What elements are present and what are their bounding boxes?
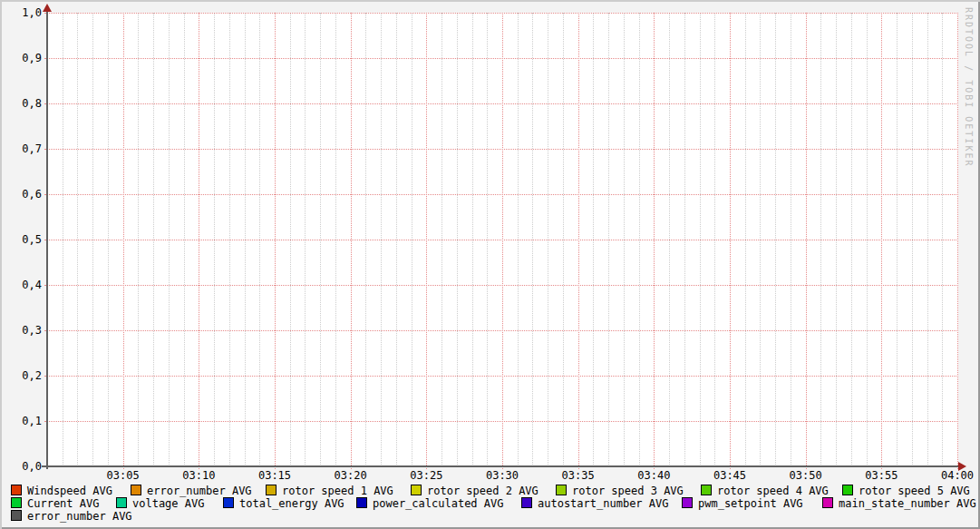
y-tick-label: 0,4 (5, 279, 42, 291)
x-tick-label: 03:50 (779, 470, 833, 482)
y-tick-label: 0,7 (5, 143, 42, 155)
legend-label: pwm_setpoint AVG (698, 497, 803, 510)
x-tick-label: 03:35 (551, 470, 606, 482)
grid-line-major-vertical (351, 13, 352, 469)
legend-label: error_number AVG (147, 485, 252, 497)
legend-item: power_calculated AVG (356, 497, 504, 509)
legend-label: error_number AVG (27, 510, 132, 523)
grid-line-major-vertical (881, 13, 882, 469)
x-tick-label: 03:40 (626, 470, 681, 482)
legend-label: rotor speed 1 AVG (282, 485, 393, 497)
grid-line-major-vertical (578, 13, 579, 469)
watermark: RRDTOOL / TOBI OETIKER (964, 7, 974, 167)
grid-line-major-vertical (654, 13, 655, 469)
grid-line-major-horizontal (44, 376, 958, 377)
legend-color-swatch (701, 485, 712, 495)
legend-color-swatch (223, 497, 234, 508)
grid-line-major-vertical (957, 13, 958, 469)
legend-item: main_state_number AVG (822, 497, 976, 509)
grid-line-major-horizontal (44, 149, 958, 150)
legend-item: Windspeed AVG (11, 485, 112, 496)
legend-label: total_energy AVG (239, 497, 344, 510)
legend-label: Current AVG (27, 497, 99, 510)
legend-color-swatch (822, 497, 833, 508)
legend-item: autostart_number AVG (521, 497, 669, 509)
legend-item: rotor speed 4 AVG (701, 485, 829, 496)
legend-label: main_state_number AVG (839, 497, 976, 510)
x-tick-label: 03:55 (854, 470, 908, 482)
legend-label: power_calculated AVG (373, 497, 504, 510)
legend-label: rotor speed 3 AVG (572, 485, 684, 497)
grid-line-major-vertical (730, 13, 731, 469)
legend-color-swatch (682, 497, 693, 508)
x-axis (42, 465, 960, 467)
x-tick-label: 03:25 (399, 470, 453, 482)
x-tick-label: 04:00 (930, 470, 980, 482)
legend-item: rotor speed 1 AVG (266, 485, 393, 496)
legend-color-swatch (11, 510, 22, 521)
legend-label: autostart_number AVG (538, 497, 669, 510)
grid-line-major-vertical (806, 13, 807, 469)
grid-line-major-vertical (502, 13, 503, 469)
grid-line-major-horizontal (44, 103, 958, 104)
y-tick-label: 0,5 (5, 234, 42, 246)
y-axis (46, 9, 48, 469)
grid-line-major-horizontal (44, 58, 958, 59)
y-tick-label: 0,1 (5, 416, 42, 427)
x-tick-label: 03:20 (324, 470, 378, 482)
legend-item: voltage AVG (116, 497, 204, 509)
y-tick-label: 0,9 (5, 53, 42, 64)
grid-line-major-horizontal (44, 285, 958, 286)
legend-item: total_energy AVG (223, 497, 344, 509)
legend-item: rotor speed 3 AVG (556, 485, 684, 496)
grid-line-major-horizontal (44, 240, 958, 240)
legend-label: Windspeed AVG (27, 485, 112, 497)
legend-color-swatch (116, 497, 127, 508)
legend-label: rotor speed 2 AVG (427, 485, 539, 497)
y-tick-label: 0,2 (5, 370, 42, 382)
legend-color-swatch (356, 497, 367, 508)
legend-item: rotor speed 5 AVG (842, 485, 970, 496)
x-tick-label: 03:10 (171, 470, 226, 482)
legend-color-swatch (556, 485, 567, 495)
grid-line-major-vertical (275, 13, 276, 469)
grid-line-major-vertical (123, 13, 124, 469)
grid-line-major-horizontal (44, 421, 958, 422)
grid-line-major-vertical (199, 13, 199, 469)
legend-item: rotor speed 2 AVG (411, 485, 539, 496)
legend-color-swatch (11, 485, 22, 495)
grid-line-major-vertical (426, 13, 427, 469)
legend-item: error_number AVG (11, 510, 132, 522)
grid-line-major-horizontal (44, 330, 958, 331)
legend-item: Current AVG (11, 497, 99, 509)
legend-color-swatch (11, 497, 22, 508)
x-tick-label: 03:05 (96, 470, 150, 482)
legend-color-swatch (131, 485, 141, 495)
y-tick-label: 0,3 (5, 325, 42, 337)
legend-label: rotor speed 4 AVG (717, 485, 829, 497)
legend-item: pwm_setpoint AVG (682, 497, 803, 509)
y-axis-arrow-icon (43, 4, 52, 12)
grid-line-major-horizontal (44, 13, 958, 14)
legend-item: error_number AVG (131, 485, 252, 496)
y-tick-label: 0,0 (5, 461, 42, 473)
legend-color-swatch (266, 485, 277, 495)
y-tick-label: 1,0 (5, 7, 42, 19)
legend-label: voltage AVG (132, 497, 204, 510)
x-tick-label: 03:45 (703, 470, 757, 482)
y-tick-label: 0,6 (5, 189, 42, 201)
legend-color-swatch (411, 485, 422, 495)
legend-color-swatch (521, 497, 532, 508)
rrdtool-graph: 1,00,90,80,70,60,50,40,30,20,10,0 03:050… (0, 0, 980, 529)
y-tick-label: 0,8 (5, 98, 42, 110)
legend-label: rotor speed 5 AVG (859, 485, 970, 497)
x-tick-label: 03:30 (475, 470, 529, 482)
x-tick-label: 03:15 (247, 470, 302, 482)
grid-line-major-horizontal (44, 194, 958, 195)
legend-color-swatch (842, 485, 853, 495)
